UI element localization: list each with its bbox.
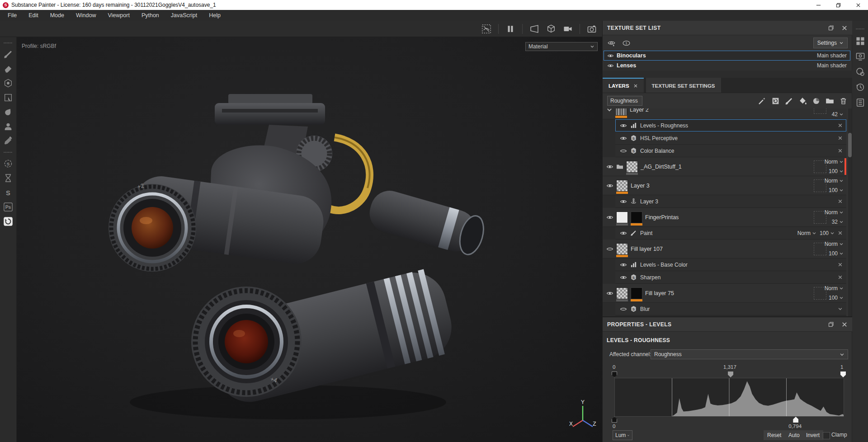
levels-input-mid-handle[interactable] [728,371,733,377]
reset-button[interactable]: Reset [764,430,785,440]
layer-name[interactable]: Layer 2 [630,108,649,113]
mask-placeholder-box[interactable] [814,108,826,114]
mesh-cube-icon[interactable] [546,24,556,34]
layer-name[interactable]: FingerPrintas [645,214,679,221]
menu-edit[interactable]: Edit [23,10,44,21]
effect-row-blur[interactable]: SBlur [615,303,846,315]
effect-name[interactable]: Blur [640,306,650,312]
resources-updater-icon[interactable]: S [3,159,13,169]
remove-effect-icon[interactable] [838,262,843,267]
close-panel-icon[interactable] [841,321,848,328]
texture-set-row-binoculars[interactable]: Binoculars Main shader [604,51,850,61]
tool-projection-icon[interactable] [3,78,13,88]
tab-texture-set-settings[interactable]: TEXTURE SET SETTINGS [646,78,721,93]
add-folder-icon[interactable] [826,97,834,105]
menu-python[interactable]: Python [136,10,165,21]
blend-mode[interactable]: Norm [825,285,844,292]
eye-icon[interactable] [607,52,614,59]
blend-mode[interactable]: Norm [825,178,844,184]
axis-gizmo[interactable]: Y X Z [569,400,597,432]
levels-output-high-handle[interactable] [793,417,798,423]
layer-visibility-icon[interactable] [606,163,613,170]
layer-visibility-icon[interactable] [606,214,613,221]
auto-button[interactable]: Auto [785,430,803,440]
effect-name[interactable]: Sharpen [640,274,660,281]
levels-input-low-handle[interactable] [612,371,617,377]
undock-panel-icon[interactable] [828,321,834,328]
tool-eraser-icon[interactable] [3,64,13,74]
levels-input-high-handle[interactable] [840,371,846,377]
layer-thumbnail-checker[interactable] [626,161,638,173]
effect-name[interactable]: Layer 3 [640,198,658,205]
remove-effect-icon[interactable] [838,275,843,280]
add-paint-bucket-icon[interactable] [798,97,807,105]
levels-output-low-handle[interactable] [612,417,617,423]
camera-photo-icon[interactable] [587,24,597,34]
effect-visibility-icon[interactable] [620,147,627,155]
grid4-icon[interactable] [855,36,865,46]
layer-opacity[interactable]: 100 [829,168,844,174]
photoshop-icon[interactable]: Ps [3,202,13,212]
add-brush-icon[interactable] [785,97,793,105]
layer-name[interactable]: Fill layer 75 [645,290,674,296]
scrollbar-thumb[interactable] [848,133,852,157]
texture-set-row-lenses[interactable]: Lenses Main shader [604,61,850,71]
panel-splitter[interactable] [603,71,852,78]
effect-name[interactable]: Levels - Base Color [640,262,688,268]
remove-effect-icon[interactable] [838,230,843,235]
layer-visibility-icon[interactable] [606,245,613,253]
effect-visibility-icon[interactable] [620,135,627,142]
layer-thumbnail-checker[interactable] [616,180,628,192]
effect-row-paint[interactable]: PaintNorm100 [615,227,846,240]
close-panel-icon[interactable] [841,25,848,31]
stencil-visibility-icon[interactable] [481,24,491,34]
effect-visibility-icon[interactable] [620,122,627,129]
settings-button[interactable]: Settings [813,38,848,48]
menu-viewport[interactable]: Viewport [102,10,135,21]
layers-scrollbar[interactable] [848,108,852,316]
menu-file[interactable]: File [2,10,23,21]
viewport-3d[interactable]: +2 +4 Profile [17,37,602,442]
tool-paint-icon[interactable] [3,49,13,59]
add-smart-material-icon[interactable] [812,97,821,105]
tool-smudge-icon[interactable] [3,107,13,117]
layer-thumbnail-noise[interactable] [615,108,627,116]
menu-mode[interactable]: Mode [44,10,70,21]
display-settings-icon[interactable] [855,52,865,61]
camera-video-icon[interactable] [563,24,573,34]
hourglass-icon[interactable] [3,173,13,183]
layer-row-fill-layer-107[interactable]: Fill layer 107Norm100 [603,240,846,259]
close-button[interactable] [848,0,868,10]
remove-effect-icon[interactable] [838,136,843,141]
layer-row--ag-dirtstuff-1[interactable]: _AG_DirtStuff_1Norm100 [603,157,846,176]
expand-collapse-icon[interactable] [606,108,613,113]
tool-clone-icon[interactable] [3,122,13,132]
eye-icon[interactable] [607,62,614,69]
close-tab-icon[interactable] [633,84,638,88]
layer-thumbnail-black[interactable] [631,287,642,299]
chevron-down-icon[interactable] [838,306,843,311]
effect-name[interactable]: Paint [640,230,652,236]
pause-icon[interactable] [505,24,515,34]
menu-help[interactable]: Help [203,10,226,21]
effect-name[interactable]: HSL Perceptive [640,135,678,141]
effect-row-color-balance[interactable]: SColor Balance [615,145,846,157]
blend-mode[interactable]: Norm [797,230,816,236]
effect-opacity[interactable]: 100 [820,230,835,236]
layer-name[interactable]: Layer 3 [631,183,650,189]
perspective-icon[interactable] [529,24,539,34]
sync-icon[interactable] [3,216,13,226]
effect-row-levels-base-color[interactable]: Levels - Base Color [615,259,846,271]
blend-mode[interactable]: Norm [825,241,844,247]
effect-name[interactable]: Color Balance [640,148,674,154]
log-icon[interactable] [855,98,865,108]
layer-row-layer-2[interactable]: Layer 242 [603,108,846,119]
invert-button[interactable]: Invert [802,430,823,440]
layer-thumbnail-checker[interactable] [616,243,628,255]
layer-name[interactable]: Fill layer 107 [631,246,663,252]
layer-row-fill-layer-75[interactable]: Fill layer 75Norm100 [603,284,846,303]
layer-name[interactable]: _AG_DirtStuff_1 [641,164,682,170]
menu-window[interactable]: Window [70,10,102,21]
tool-polygon-fill-icon[interactable] [3,93,13,103]
substance-s-icon[interactable]: S [3,188,13,197]
